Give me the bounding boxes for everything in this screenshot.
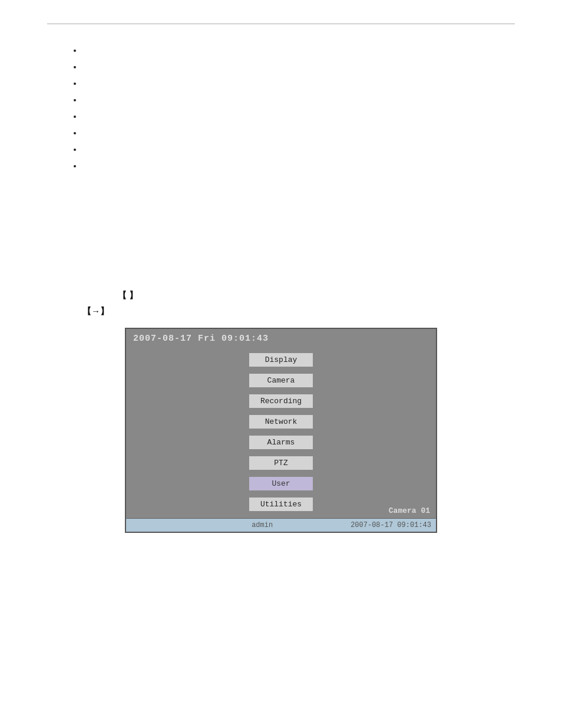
menu-btn-network[interactable]: Network bbox=[249, 414, 313, 429]
paragraph-4 bbox=[47, 265, 515, 279]
bullet-item-6 bbox=[82, 124, 515, 141]
screen-mockup: 2007-08-17 Fri 09:01:43 Display Camera R… bbox=[125, 328, 437, 533]
menu-btn-user[interactable]: User bbox=[249, 476, 313, 491]
bullet-item-1 bbox=[82, 42, 515, 58]
bullet-item-4 bbox=[82, 91, 515, 108]
footer-admin: admin bbox=[220, 521, 304, 529]
bullet-item-3 bbox=[82, 75, 515, 91]
menu-btn-display[interactable]: Display bbox=[249, 353, 313, 367]
bullet-item-5 bbox=[82, 108, 515, 124]
paragraph-1 bbox=[47, 192, 515, 206]
bullet-list bbox=[47, 42, 515, 174]
menu-btn-camera[interactable]: Camera bbox=[249, 373, 313, 388]
screen-menu: Display Camera Recording Network Alarms … bbox=[126, 346, 436, 518]
camera-label: Camera 01 bbox=[389, 506, 430, 515]
arrow-label: 【→】 bbox=[82, 306, 515, 317]
screen-datetime: 2007-08-17 Fri 09:01:43 bbox=[126, 329, 436, 346]
bullet-item-2 bbox=[82, 58, 515, 75]
footer-left bbox=[131, 524, 220, 526]
screen-footer: admin 2007-08-17 09:01:43 bbox=[126, 518, 436, 532]
page-container: 【 】 【→】 2007-08-17 Fri 09:01:43 Display … bbox=[0, 0, 562, 728]
bullet-item-8 bbox=[82, 157, 515, 174]
menu-btn-alarms[interactable]: Alarms bbox=[249, 435, 313, 450]
menu-btn-utilities[interactable]: Utilities bbox=[249, 497, 313, 512]
paragraph-3 bbox=[47, 241, 515, 255]
bracket-label: 【 】 bbox=[118, 290, 515, 301]
menu-btn-ptz[interactable]: PTZ bbox=[249, 456, 313, 470]
top-divider bbox=[47, 24, 515, 24]
menu-btn-recording[interactable]: Recording bbox=[249, 394, 313, 409]
bullet-item-7 bbox=[82, 141, 515, 157]
footer-time: 2007-08-17 09:01:43 bbox=[305, 521, 431, 529]
paragraph-2 bbox=[47, 216, 515, 230]
